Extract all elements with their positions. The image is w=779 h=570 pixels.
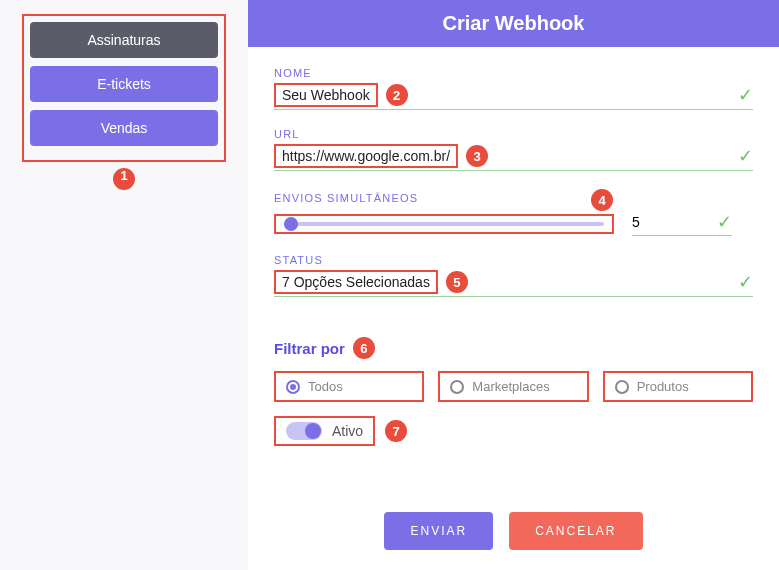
sidebar-tab-group: Assinaturas E-tickets Vendas <box>22 14 226 162</box>
radio-icon <box>286 380 300 394</box>
radio-todos[interactable]: Todos <box>274 371 424 402</box>
check-icon: ✓ <box>738 84 753 106</box>
check-icon: ✓ <box>738 145 753 167</box>
radio-marketplaces-label: Marketplaces <box>472 379 549 394</box>
envios-slider[interactable] <box>274 214 614 234</box>
radio-icon <box>450 380 464 394</box>
toggle-switch[interactable] <box>286 422 322 440</box>
status-select[interactable]: 7 Opções Selecionadas <box>274 270 438 294</box>
form-area: NOME Seu Webhook 2 ✓ URL https://www.goo… <box>248 47 779 492</box>
field-status: STATUS 7 Opções Selecionadas 5 ✓ <box>274 254 753 297</box>
filter-heading-text: Filtrar por <box>274 340 345 357</box>
submit-button[interactable]: ENVIAR <box>384 512 493 550</box>
field-nome: NOME Seu Webhook 2 ✓ <box>274 67 753 110</box>
radio-todos-label: Todos <box>308 379 343 394</box>
toggle-ativo[interactable]: Ativo <box>274 416 375 446</box>
filter-heading: Filtrar por 6 <box>274 337 375 359</box>
toggle-label: Ativo <box>332 423 363 439</box>
annotation-4: 4 <box>591 189 613 211</box>
radio-icon <box>615 380 629 394</box>
field-url: URL https://www.google.com.br/ 3 ✓ <box>274 128 753 171</box>
nome-input[interactable]: Seu Webhook <box>274 83 378 107</box>
filter-radio-group: Todos Marketplaces Produtos <box>274 371 753 402</box>
annotation-7: 7 <box>385 420 407 442</box>
nome-label: NOME <box>274 67 753 79</box>
tab-vendas[interactable]: Vendas <box>30 110 218 146</box>
tab-assinaturas[interactable]: Assinaturas <box>30 22 218 58</box>
sidebar: Assinaturas E-tickets Vendas 1 <box>0 0 248 570</box>
annotation-1: 1 <box>113 168 135 190</box>
check-icon: ✓ <box>717 211 732 233</box>
toggle-row: Ativo 7 <box>274 416 753 446</box>
status-label: STATUS <box>274 254 753 266</box>
slider-thumb[interactable] <box>284 217 298 231</box>
field-envios: ENVIOS SIMULTÂNEOS 4 5 ✓ <box>274 189 753 236</box>
url-input[interactable]: https://www.google.com.br/ <box>274 144 458 168</box>
annotation-6: 6 <box>353 337 375 359</box>
envios-label: ENVIOS SIMULTÂNEOS <box>274 192 418 204</box>
annotation-5: 5 <box>446 271 468 293</box>
url-label: URL <box>274 128 753 140</box>
cancel-button[interactable]: CANCELAR <box>509 512 642 550</box>
radio-marketplaces[interactable]: Marketplaces <box>438 371 588 402</box>
radio-produtos-label: Produtos <box>637 379 689 394</box>
tab-etickets[interactable]: E-tickets <box>30 66 218 102</box>
radio-produtos[interactable]: Produtos <box>603 371 753 402</box>
check-icon: ✓ <box>738 271 753 293</box>
envios-value-text: 5 <box>632 214 640 230</box>
main-panel: Criar Webhook NOME Seu Webhook 2 ✓ URL h… <box>248 0 779 570</box>
envios-value[interactable]: 5 ✓ <box>632 211 732 236</box>
annotation-3: 3 <box>466 145 488 167</box>
footer-actions: ENVIAR CANCELAR <box>248 492 779 570</box>
annotation-2: 2 <box>386 84 408 106</box>
page-title: Criar Webhook <box>248 0 779 47</box>
